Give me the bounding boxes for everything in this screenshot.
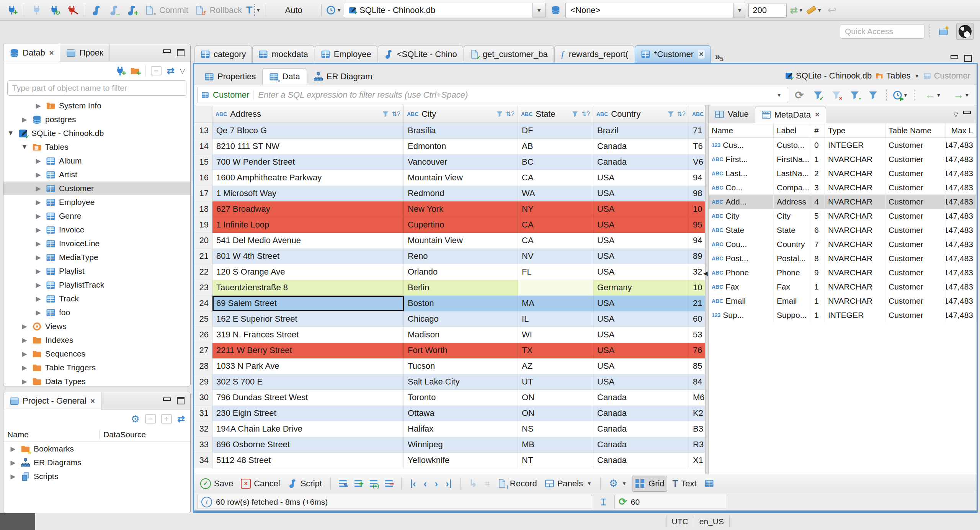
data-cell[interactable]: Chicago xyxy=(404,311,518,327)
filter-clear-button[interactable]: × xyxy=(829,88,843,102)
record-mode-button[interactable]: iRecord xyxy=(495,476,539,491)
data-cell[interactable]: NS xyxy=(518,421,593,437)
data-cell[interactable]: Boston xyxy=(404,296,518,311)
data-cell[interactable]: 700 W Pender Street xyxy=(212,154,404,170)
data-cell[interactable]: K2 xyxy=(689,406,705,421)
metadata-row[interactable]: ABCLast...LastNa...2NVARCHARCustomer2,14… xyxy=(709,166,977,180)
metadata-row[interactable]: ABCCo...Compa...3NVARCHARCustomer2,147,4… xyxy=(709,180,977,195)
data-cell[interactable]: 696 Osborne Street xyxy=(212,437,404,453)
column-sort-icon[interactable]: ⇅? xyxy=(506,110,514,118)
link-with-editor-button[interactable]: ⇄ xyxy=(177,414,185,424)
table-row[interactable]: 30796 Dundas Street WestTorontoONCanadaM… xyxy=(194,390,705,406)
expand-arrow-icon[interactable]: ▶ xyxy=(9,445,17,453)
timezone-indicator[interactable]: UTC xyxy=(672,517,688,526)
minimize-button[interactable] xyxy=(949,54,959,63)
column-header-country[interactable]: ABCCountry⇅? xyxy=(593,105,689,123)
tab-projects[interactable]: Проек xyxy=(60,44,109,62)
commit-label[interactable]: Commit xyxy=(159,5,188,15)
tab-metadata[interactable]: MetaData × xyxy=(755,106,826,123)
meta-max-cell[interactable]: 2,147,483 xyxy=(946,237,977,251)
tree-item-artist[interactable]: ▶Artist xyxy=(3,168,190,182)
meta-max-cell[interactable]: 2,147,483 xyxy=(946,209,977,223)
table-row[interactable]: 23Tauentzienstraße 8BerlinGermany10 xyxy=(194,280,705,296)
connect-button[interactable] xyxy=(29,3,44,18)
data-cell[interactable]: UT xyxy=(518,374,593,390)
row-number-cell[interactable]: 27 xyxy=(194,343,212,358)
maximize-button[interactable] xyxy=(176,397,186,405)
row-number-cell[interactable]: 28 xyxy=(194,358,212,374)
fetch-previous-button[interactable]: ←▼ xyxy=(921,88,945,102)
meta-label-cell[interactable]: Phone xyxy=(774,265,811,280)
data-cell[interactable]: 76 xyxy=(689,343,705,358)
row-number-cell[interactable]: 33 xyxy=(194,437,212,453)
tab-value[interactable]: Value xyxy=(709,105,755,123)
data-cell[interactable]: AB xyxy=(518,139,593,154)
meta-num-cell[interactable]: 4 xyxy=(811,195,825,209)
table-row[interactable]: 22120 S Orange AveOrlandoFLUSA32 xyxy=(194,264,705,280)
tree-item-sqlite-chinook-db[interactable]: ▼✓SQLite - Chinook.db xyxy=(3,126,190,140)
editor-tab-customer[interactable]: *Customer× xyxy=(635,45,711,63)
text-mode-button[interactable]: TText xyxy=(670,476,699,491)
tree-item-album[interactable]: ▶Album xyxy=(3,154,190,168)
meta-num-cell[interactable]: 7 xyxy=(811,237,825,251)
meta-type-cell[interactable]: NVARCHAR xyxy=(825,251,885,265)
data-cell[interactable]: Canada xyxy=(593,139,689,154)
row-number-cell[interactable]: 34 xyxy=(194,453,212,468)
tree-item-invoiceline[interactable]: ▶InvoiceLine xyxy=(3,237,190,250)
column-sort-icon[interactable]: ⇅? xyxy=(392,110,400,118)
row-number-cell[interactable]: 20 xyxy=(194,233,212,249)
meta-type-cell[interactable]: NVARCHAR xyxy=(825,265,885,280)
meta-max-cell[interactable]: 2,147,483 xyxy=(946,152,977,166)
expand-all-button[interactable]: + xyxy=(161,414,172,424)
data-cell[interactable]: 801 W 4th Street xyxy=(212,249,404,264)
data-cell[interactable]: Canada xyxy=(593,406,689,421)
row-number-cell[interactable]: 31 xyxy=(194,406,212,421)
data-cell[interactable]: 95 xyxy=(689,217,705,233)
data-cell[interactable]: Yellowknife xyxy=(404,453,518,468)
data-cell[interactable]: MB xyxy=(518,437,593,453)
data-cell[interactable]: USA xyxy=(593,264,689,280)
data-cell[interactable]: Vancouver xyxy=(404,154,518,170)
data-cell[interactable]: 98 xyxy=(689,186,705,201)
data-cell[interactable]: IL xyxy=(518,311,593,327)
meta-num-cell[interactable]: 0 xyxy=(811,138,825,152)
meta-table-cell[interactable]: Customer xyxy=(885,138,946,152)
metadata-row[interactable]: ABCEmailEmail1NVARCHARCustomer2,147,483 xyxy=(709,294,977,308)
data-cell[interactable]: Qe 7 Bloco G xyxy=(212,123,404,139)
meta-table-cell[interactable]: Customer xyxy=(885,166,946,180)
meta-num-cell[interactable]: 1 xyxy=(811,152,825,166)
presentation-button[interactable] xyxy=(702,476,716,491)
meta-num-cell[interactable]: 8 xyxy=(811,251,825,265)
tab-properties[interactable]: Properties xyxy=(198,69,262,85)
meta-label-cell[interactable]: Fax xyxy=(774,280,811,294)
sql-filter-input[interactable] xyxy=(257,90,770,100)
data-cell[interactable]: Canada xyxy=(593,437,689,453)
row-number-cell[interactable]: 32 xyxy=(194,421,212,437)
edit-cell-button[interactable]: ✎ xyxy=(337,476,349,491)
expand-arrow-icon[interactable]: ▶ xyxy=(34,198,42,206)
data-cell[interactable]: 796 Dundas Street West xyxy=(212,390,404,406)
metadata-row[interactable]: ABCFaxFax1NVARCHARCustomer2,147,483 xyxy=(709,280,977,294)
open-sql-script-button[interactable]: → xyxy=(106,3,122,18)
fetch-size-input[interactable]: 200 xyxy=(748,3,787,18)
minimize-button[interactable] xyxy=(162,397,172,405)
data-cell[interactable]: 94 xyxy=(689,170,705,186)
expand-arrow-icon[interactable]: ▶ xyxy=(9,459,17,467)
previous-row-button[interactable]: ‹ xyxy=(421,476,430,491)
meta-max-cell[interactable]: 2,147,483 xyxy=(946,294,977,308)
row-number-cell[interactable]: 14 xyxy=(194,139,212,154)
meta-column-header-table-name[interactable]: Table Name xyxy=(885,123,946,137)
data-cell[interactable]: 71 xyxy=(689,123,705,139)
column-header-partial[interactable]: ABC xyxy=(689,105,705,123)
expand-arrow-icon[interactable]: ▶ xyxy=(34,226,42,234)
maximize-button[interactable] xyxy=(963,54,973,63)
project-item-er-diagrams[interactable]: ▶ER Diagrams xyxy=(3,456,190,469)
metadata-row[interactable]: ABCPost...Postal...8NVARCHARCustomer2,14… xyxy=(709,251,977,265)
auto-refresh-button[interactable]: ▶▼ xyxy=(893,88,908,102)
data-cell[interactable]: 1033 N Park Ave xyxy=(212,358,404,374)
tab-data[interactable]: ‹›Data xyxy=(262,68,307,85)
data-cell[interactable]: Canada xyxy=(593,154,689,170)
combo-dropdown-button[interactable]: ▼ xyxy=(532,3,545,18)
data-cell[interactable] xyxy=(518,280,593,296)
data-cell[interactable]: CA xyxy=(518,217,593,233)
